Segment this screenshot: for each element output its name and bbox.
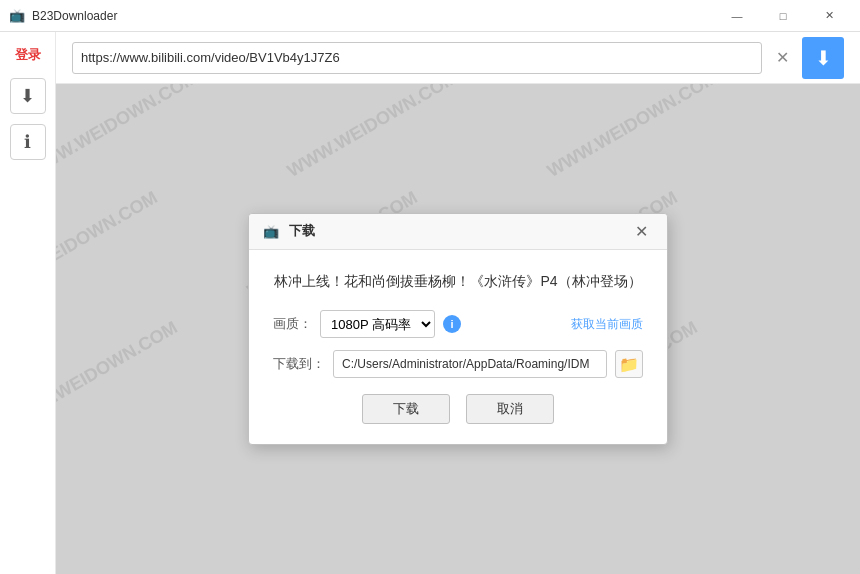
main-container: 登录 ⬇ ℹ ✕ ⬇ WWW.WEIDOWN.COM WWW.WEIDOWN.C…	[0, 32, 860, 574]
path-label: 下载到：	[273, 355, 325, 373]
login-link[interactable]: 登录	[11, 42, 45, 68]
minimize-button[interactable]: —	[714, 0, 760, 32]
dialog-titlebar: 📺 下载 ✕	[249, 214, 667, 250]
dialog-footer: 下载 取消	[273, 394, 643, 428]
dialog-video-title: 林冲上线！花和尚倒拔垂杨柳！《水浒传》P4（林冲登场）	[273, 270, 643, 292]
sidebar: 登录 ⬇ ℹ	[0, 32, 56, 574]
close-button[interactable]: ✕	[806, 0, 852, 32]
download-sidebar-icon: ⬇	[20, 85, 35, 107]
quality-row: 画质： 1080P 高码率 720P 高清 480P 清晰 360P 流畅 i …	[273, 310, 643, 338]
app-icon: 📺	[8, 7, 26, 25]
url-download-icon: ⬇	[815, 46, 832, 70]
quality-fetch-link[interactable]: 获取当前画质	[571, 316, 643, 333]
maximize-button[interactable]: □	[760, 0, 806, 32]
quality-label: 画质：	[273, 315, 312, 333]
dialog-body: 林冲上线！花和尚倒拔垂杨柳！《水浒传》P4（林冲登场） 画质： 1080P 高码…	[249, 250, 667, 444]
title-bar: 📺 B23Downloader — □ ✕	[0, 0, 860, 32]
dialog-title: 下载	[289, 222, 627, 240]
folder-browse-button[interactable]: 📁	[615, 350, 643, 378]
content-area: ✕ ⬇ WWW.WEIDOWN.COM WWW.WEIDOWN.COM WWW.…	[56, 32, 860, 574]
dialog-close-button[interactable]: ✕	[627, 217, 655, 245]
url-download-button[interactable]: ⬇	[802, 37, 844, 79]
url-clear-button[interactable]: ✕	[770, 46, 794, 70]
window-controls: — □ ✕	[714, 0, 852, 32]
folder-icon: 📁	[619, 355, 639, 374]
toolbar: ✕ ⬇	[56, 32, 860, 84]
download-dialog: 📺 下载 ✕ 林冲上线！花和尚倒拔垂杨柳！《水浒传》P4（林冲登场） 画质： 1…	[248, 213, 668, 445]
info-sidebar-button[interactable]: ℹ	[10, 124, 46, 160]
watermark-area: WWW.WEIDOWN.COM WWW.WEIDOWN.COM WWW.WEID…	[56, 84, 860, 574]
path-row: 下载到： 📁	[273, 350, 643, 378]
quality-select[interactable]: 1080P 高码率 720P 高清 480P 清晰 360P 流畅	[320, 310, 435, 338]
dialog-cancel-button[interactable]: 取消	[466, 394, 554, 424]
dialog-icon: 📺	[261, 221, 281, 241]
download-sidebar-button[interactable]: ⬇	[10, 78, 46, 114]
path-input[interactable]	[333, 350, 607, 378]
app-title: B23Downloader	[32, 9, 714, 23]
quality-info-icon[interactable]: i	[443, 315, 461, 333]
dialog-overlay: 📺 下载 ✕ 林冲上线！花和尚倒拔垂杨柳！《水浒传》P4（林冲登场） 画质： 1…	[56, 84, 860, 574]
dialog-download-button[interactable]: 下载	[362, 394, 450, 424]
info-sidebar-icon: ℹ	[24, 131, 31, 153]
url-input[interactable]	[72, 42, 762, 74]
